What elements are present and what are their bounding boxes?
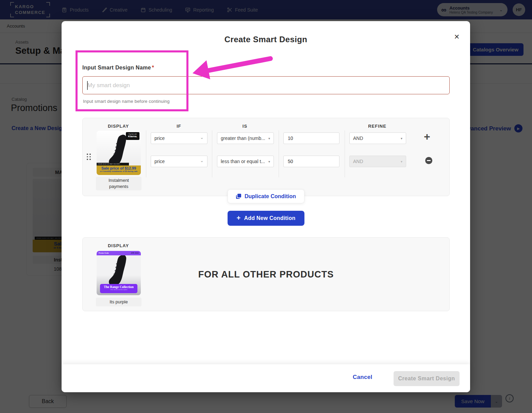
modal-footer: Cancel Create Smart Design	[62, 364, 470, 392]
fallback-message: FOR ALL OTHER PRODUCTS	[83, 269, 449, 280]
cancel-button[interactable]: Cancel	[353, 374, 372, 381]
condition-value-input-row2[interactable]	[283, 156, 339, 167]
refine-select-row2-disabled: AND▾	[349, 156, 406, 167]
promo-date-text: APR 2022	[131, 252, 139, 254]
smart-design-name-input[interactable]	[82, 76, 450, 94]
text-caret	[87, 81, 88, 90]
name-field-label: Input Smart Design Name*	[82, 65, 154, 71]
sale-banner-title: Sale price of $12.99	[97, 166, 141, 170]
create-smart-design-button[interactable]: Create Smart Design	[394, 371, 460, 386]
refine-select-row1[interactable]: AND▾	[349, 132, 406, 144]
promo-strip: ORDER NOW FOR FAST DELIVERY	[97, 163, 129, 165]
if-select-row2[interactable]: price⌄	[151, 156, 207, 167]
column-header-refine: REFINE	[368, 124, 386, 129]
creative-name-label: Its purple	[96, 298, 142, 306]
chevron-down-icon: ⌄	[200, 135, 204, 140]
close-icon[interactable]: ✕	[452, 32, 462, 42]
duplicate-condition-label: Duplicate Condition	[245, 193, 296, 200]
is-select-row1[interactable]: greater than (numb...▾	[217, 132, 274, 144]
if-select-value: price	[154, 136, 165, 141]
name-field-label-text: Input Smart Design Name	[82, 65, 151, 70]
copy-icon	[236, 194, 241, 199]
collection-banner-sub: Other details and description	[100, 289, 137, 290]
duplicate-condition-button[interactable]: Duplicate Condition	[228, 189, 304, 203]
is-select-row2[interactable]: less than or equal t...▾	[217, 156, 274, 167]
name-field-helper-text: Input smart design name before continuin…	[83, 99, 170, 104]
klarna-badge: Pay later with Klarna.	[126, 132, 139, 140]
promo-code-text: Promo Code	[99, 252, 109, 254]
if-select-row1[interactable]: price⌄	[151, 132, 207, 144]
sale-banner: Sale price of $12.99 or 4 monthly instal…	[97, 165, 141, 175]
required-asterisk: *	[152, 65, 154, 70]
modal-title: Create Smart Design	[62, 35, 470, 44]
klarna-badge-brand: Klarna.	[126, 135, 139, 138]
column-header-is: IS	[243, 124, 247, 129]
dropdown-arrow-icon: ▾	[268, 160, 270, 163]
display-creative-thumbnail[interactable]: Pay later with Klarna. ORDER NOW FOR FAS…	[97, 131, 141, 175]
drag-handle-icon[interactable]	[87, 154, 91, 160]
add-new-condition-label: Add New Condition	[244, 215, 295, 221]
collection-banner-title: The Range Collection	[100, 285, 137, 289]
create-smart-design-modal: Create Smart Design ✕ Input Smart Design…	[62, 21, 470, 392]
dropdown-arrow-icon: ▾	[401, 137, 402, 140]
condition-panel: DISPLAY IF IS REFINE Pay later with Klar…	[82, 118, 450, 196]
sale-banner-sub: or 4 monthly instalments of $3 during sa…	[97, 170, 141, 172]
column-header-display: DISPLAY	[108, 243, 129, 248]
refine-select-value: AND	[353, 136, 363, 141]
fallback-panel: DISPLAY Promo Code APR 2022 The Range Co…	[82, 237, 450, 311]
column-header-display: DISPLAY	[108, 124, 129, 129]
plus-icon: +	[237, 214, 241, 222]
dropdown-arrow-icon: ▾	[401, 160, 402, 163]
collection-banner: The Range Collection Other details and d…	[100, 284, 137, 293]
is-select-value: less than or equal t...	[221, 159, 265, 164]
add-rule-plus-icon[interactable]: +	[424, 131, 430, 142]
remove-rule-minus-icon[interactable]	[425, 157, 432, 164]
refine-select-value: AND	[353, 159, 363, 164]
dropdown-arrow-icon: ▾	[268, 137, 270, 140]
promo-code-bar: Promo Code APR 2022	[97, 251, 141, 255]
condition-value-input-row1[interactable]	[283, 132, 339, 144]
chevron-down-icon: ⌄	[200, 158, 204, 163]
if-select-value: price	[154, 159, 165, 164]
creative-name-label: Instalment payments	[96, 177, 142, 190]
is-select-value: greater than (numb...	[221, 136, 265, 141]
add-new-condition-button[interactable]: + Add New Condition	[228, 211, 304, 226]
column-header-if: IF	[177, 124, 181, 129]
